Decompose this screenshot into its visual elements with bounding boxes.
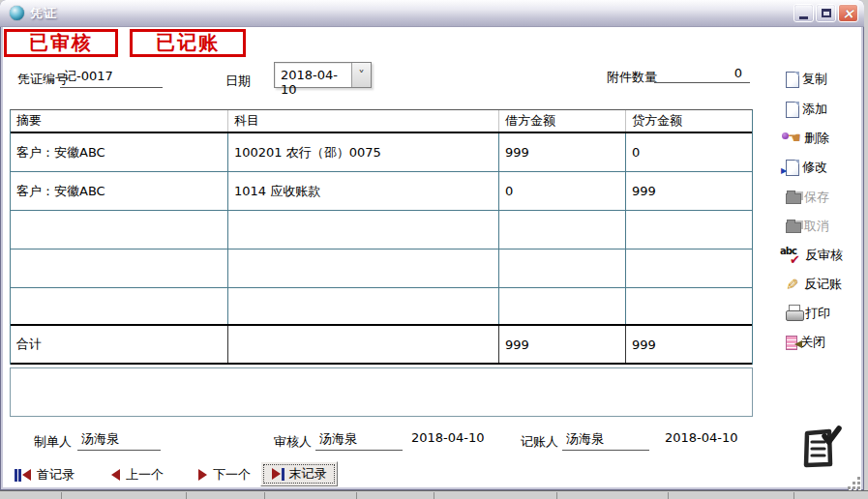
next-record-button[interactable]: 下一个	[198, 463, 251, 486]
first-record-button[interactable]: 首记录	[15, 463, 75, 486]
total-credit: 999	[626, 326, 752, 363]
memo-panel	[10, 367, 753, 417]
printer-icon	[786, 308, 802, 322]
cell-credit[interactable]	[626, 211, 752, 249]
delete-button-label: 删除	[804, 130, 829, 147]
col-header-credit: 贷方金额	[626, 110, 752, 132]
bookkeeper-field[interactable]: 汤海泉	[562, 430, 649, 451]
total-label: 合计	[11, 326, 228, 363]
cell-summary[interactable]	[11, 250, 228, 287]
cell-summary[interactable]: 客户：安徽ABC	[11, 133, 228, 171]
voucher-window: 凭证 已审核 已记账 凭证编号 记-0017 日期 2018-04-10 附件数…	[0, 0, 864, 490]
background-window-strip	[0, 490, 868, 499]
table-total-row: 合计 999 999	[11, 324, 752, 365]
cell-account[interactable]	[228, 211, 499, 249]
maximize-button[interactable]	[816, 4, 836, 22]
document-arrow-icon	[786, 160, 799, 176]
modify-button-label: 修改	[802, 159, 827, 176]
auditor-field[interactable]: 汤海泉	[315, 430, 403, 451]
cell-debit[interactable]: 999	[499, 133, 626, 171]
date-combobox[interactable]: 2018-04-10	[274, 62, 372, 88]
table-row[interactable]: 客户：安徽ABC 100201 农行（邵）0075 999 0	[11, 133, 752, 172]
first-record-label: 首记录	[37, 466, 75, 484]
table-row[interactable]	[11, 288, 752, 324]
total-account-cell	[228, 326, 499, 363]
window-controls	[793, 4, 858, 22]
table-row[interactable]	[11, 250, 752, 288]
background-grid-line	[556, 492, 557, 499]
minimize-button[interactable]	[793, 4, 814, 22]
previous-record-button[interactable]: 上一个	[111, 463, 164, 486]
cell-debit[interactable]: 0	[499, 172, 626, 210]
close-voucher-button[interactable]: 关闭	[786, 330, 859, 355]
voucher-check-logo-icon	[797, 424, 844, 478]
col-header-debit: 借方金额	[499, 110, 626, 132]
unaudit-button[interactable]: 反审核	[780, 243, 853, 268]
screen: 凭证 已审核 已记账 凭证编号 记-0017 日期 2018-04-10 附件数…	[0, 0, 868, 499]
cancel-button: 取消	[786, 214, 859, 239]
window-title: 凭证	[30, 5, 57, 22]
cell-account[interactable]	[228, 250, 499, 287]
attachment-count-field[interactable]: 0	[654, 66, 750, 83]
delete-button[interactable]: 删除	[782, 126, 855, 151]
abc-check-icon	[780, 248, 802, 264]
status-stamp-booked: 已记账	[130, 29, 246, 57]
previous-record-label: 上一个	[126, 466, 164, 484]
cell-account[interactable]	[228, 288, 499, 324]
col-header-summary: 摘要	[11, 110, 228, 132]
resize-grip[interactable]	[848, 477, 861, 490]
close-button[interactable]	[838, 4, 858, 22]
last-record-label: 末记录	[289, 465, 327, 483]
cell-debit[interactable]	[499, 211, 626, 249]
hand-delete-icon	[782, 131, 801, 147]
auditor-label: 审核人	[274, 433, 312, 451]
preparer-field[interactable]: 汤海泉	[77, 430, 161, 451]
last-record-icon	[272, 468, 284, 481]
bookkeeper-label: 记账人	[521, 433, 558, 451]
background-grid-line	[668, 492, 669, 499]
copy-button-label: 复制	[802, 71, 827, 88]
cell-credit[interactable]	[626, 250, 752, 287]
cell-account[interactable]: 100201 农行（邵）0075	[228, 133, 499, 171]
background-grid-line	[356, 492, 357, 499]
app-icon	[10, 6, 24, 20]
print-button[interactable]: 打印	[786, 301, 859, 326]
voucher-table: 摘要 科目 借方金额 贷方金额 客户：安徽ABC 100201 农行（邵）007…	[10, 109, 753, 365]
print-button-label: 打印	[805, 305, 830, 322]
voucher-no-field[interactable]: 记-0017	[60, 68, 163, 88]
copy-button[interactable]: 复制	[786, 67, 859, 92]
cell-summary[interactable]	[11, 288, 228, 324]
cell-debit[interactable]	[499, 250, 626, 287]
modify-button[interactable]: 修改	[786, 155, 859, 180]
folder-icon	[786, 193, 801, 204]
table-row[interactable]	[11, 211, 752, 250]
background-grid-line	[61, 492, 62, 499]
booking-date: 2018-04-10	[665, 430, 738, 445]
close-voucher-button-label: 关闭	[800, 334, 825, 351]
cell-account[interactable]: 1014 应收账款	[228, 172, 499, 210]
attachment-count-label: 附件数量	[607, 69, 657, 86]
cell-debit[interactable]	[499, 288, 626, 324]
previous-record-icon	[111, 469, 120, 481]
table-row[interactable]: 客户：安徽ABC 1014 应收账款 0 999	[11, 172, 752, 211]
next-record-icon	[198, 469, 207, 481]
save-button-label: 保存	[804, 189, 829, 206]
cell-summary[interactable]	[11, 211, 228, 249]
background-grid-line	[793, 492, 794, 499]
pencil-icon	[786, 277, 801, 293]
cell-credit[interactable]: 999	[626, 172, 752, 210]
cell-credit[interactable]	[626, 288, 752, 324]
audit-date: 2018-04-10	[411, 430, 485, 445]
save-button: 保存	[786, 185, 859, 210]
maximize-icon	[822, 9, 831, 17]
last-record-button[interactable]: 末记录	[260, 461, 338, 486]
chevron-down-icon[interactable]	[351, 63, 371, 87]
add-button[interactable]: 添加	[786, 97, 859, 122]
unbook-button[interactable]: 反记账	[786, 272, 859, 297]
unbook-button-label: 反记账	[804, 276, 842, 293]
background-grid-line	[186, 492, 187, 499]
preparer-label: 制单人	[34, 433, 72, 451]
cell-credit[interactable]: 0	[626, 133, 752, 171]
cell-summary[interactable]: 客户：安徽ABC	[11, 172, 228, 210]
titlebar[interactable]: 凭证	[0, 0, 864, 26]
